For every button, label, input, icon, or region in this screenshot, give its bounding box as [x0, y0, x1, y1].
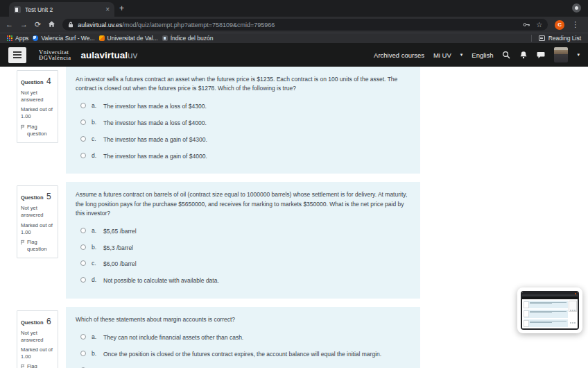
- bookmark-star-icon[interactable]: ☆: [536, 21, 542, 28]
- home-icon[interactable]: [48, 20, 55, 29]
- apps-shortcut[interactable]: Apps: [7, 35, 28, 42]
- bookmark-item[interactable]: Valencia Surf - We...: [33, 35, 94, 42]
- answer-option[interactable]: b.Once the position is closed or the fut…: [80, 350, 410, 359]
- bookmark-item[interactable]: Universitat de Val...: [99, 35, 158, 42]
- lock-icon: [68, 22, 74, 28]
- flag-question-link[interactable]: Flag question: [21, 124, 54, 137]
- question-status: Not yet answered: [21, 90, 54, 103]
- radio-button[interactable]: [80, 277, 86, 283]
- flag-question-label: Flag question: [27, 124, 54, 137]
- bookmark-label: Universitat de Val...: [107, 35, 158, 42]
- nav-language[interactable]: English: [472, 51, 493, 59]
- option-text: $5,65 /barrel: [103, 227, 137, 236]
- radio-button[interactable]: [80, 136, 86, 142]
- user-avatar[interactable]: [554, 47, 568, 62]
- radio-button[interactable]: [80, 351, 86, 356]
- answer-option[interactable]: b.The investor has made a loss of $4000.: [80, 119, 410, 128]
- answer-option[interactable]: a.$5,65 /barrel: [80, 227, 410, 236]
- chrome-profile-avatar[interactable]: C: [555, 20, 564, 30]
- nav-miuv[interactable]: Mi UV: [433, 51, 451, 59]
- nav-archived-courses[interactable]: Archived courses: [374, 51, 424, 59]
- close-tab-icon[interactable]: ×: [105, 6, 110, 13]
- answer-option[interactable]: a.They can not include financial assets …: [80, 333, 410, 342]
- answer-options: a.$5,65 /barrelb.$5,3 /barrelc.$6,00 /ba…: [76, 227, 410, 285]
- question-text: Which of these statements about margin a…: [76, 315, 410, 324]
- radio-button[interactable]: [80, 103, 86, 108]
- url-domain: aulavirtual.uv.es: [78, 22, 122, 28]
- option-text: They can not include financial assets ot…: [103, 333, 243, 342]
- back-icon[interactable]: ←: [6, 21, 13, 28]
- screen-share-preview[interactable]: [517, 287, 582, 333]
- notifications-bell-icon[interactable]: [519, 51, 528, 59]
- question-info-card: Question 4 Not yet answered Marked out o…: [17, 70, 58, 143]
- option-text: Not possible to calculate with available…: [103, 276, 219, 285]
- radio-button[interactable]: [80, 228, 86, 233]
- option-key: c.: [92, 260, 98, 267]
- option-text: The investor has made a loss of $4000.: [103, 119, 207, 128]
- chrome-menu-icon[interactable]: ⋮: [571, 20, 579, 29]
- search-icon[interactable]: [502, 51, 510, 59]
- answer-option[interactable]: d.Not possible to calculate with availab…: [80, 276, 410, 285]
- answer-option[interactable]: c.The investor has made a gain of $4300.: [80, 135, 410, 144]
- url-text: aulavirtual.uv.es/mod/quiz/attempt.php?a…: [78, 22, 519, 28]
- screen-recording-indicator-icon[interactable]: [572, 3, 581, 12]
- question-number: Question 6: [21, 315, 54, 327]
- browser-tab[interactable]: Test Unit 2 ×: [9, 2, 114, 17]
- option-key: a.: [92, 102, 98, 109]
- radio-button[interactable]: [80, 153, 86, 158]
- radio-button[interactable]: [80, 260, 86, 266]
- forward-icon[interactable]: →: [20, 21, 28, 28]
- brand-light: uv: [128, 50, 137, 60]
- quiz-page: Question 4 Not yet answered Marked out o…: [0, 67, 588, 368]
- chevron-down-icon[interactable]: ▾: [460, 52, 463, 58]
- bookmark-favicon-icon: [33, 35, 38, 41]
- screen-share-monitor-frame: [521, 291, 579, 330]
- bookmark-favicon-icon: [162, 35, 168, 41]
- tab-title: Test Unit 2: [25, 6, 101, 13]
- option-text: The investor has made a gain of $4300.: [103, 135, 207, 144]
- radio-button[interactable]: [80, 244, 86, 250]
- flag-question-label: Flag question: [27, 363, 54, 368]
- option-text: $6,00 /barrel: [103, 260, 137, 269]
- password-key-icon[interactable]: [523, 22, 530, 27]
- screen-share-mini-screen: [522, 292, 578, 328]
- header-nav: Archived courses Mi UV ▾ English ▾: [374, 47, 580, 62]
- option-key: a.: [92, 333, 98, 340]
- flag-icon: [21, 124, 25, 130]
- question-number-value: 5: [46, 192, 51, 201]
- question-number: Question 4: [21, 74, 54, 87]
- address-bar[interactable]: aulavirtual.uv.es/mod/quiz/attempt.php?a…: [62, 19, 548, 31]
- university-logo[interactable]: Vniversitat ĐĠValència: [39, 49, 71, 61]
- flag-question-link[interactable]: Flag question: [21, 363, 54, 368]
- logo-line2: ĐĠValència: [39, 55, 71, 61]
- reading-list-button[interactable]: Reading List: [531, 35, 581, 42]
- question-label: Question: [21, 319, 44, 326]
- answer-option[interactable]: b.$5,3 /barrel: [80, 244, 410, 253]
- bookmark-item[interactable]: Índice del buzón: [162, 35, 214, 42]
- question-label: Question: [21, 79, 44, 85]
- brand-bold: aulavirtual: [81, 50, 128, 60]
- refresh-icon[interactable]: ⟳: [35, 21, 41, 28]
- answer-option[interactable]: d.The investor has made a gain of $4000.: [80, 152, 410, 161]
- aulavirtual-brand[interactable]: aulavirtualuv: [81, 50, 138, 60]
- answer-options: a.They can not include financial assets …: [76, 333, 410, 368]
- answer-option[interactable]: c.$6,00 /barrel: [80, 260, 410, 269]
- radio-button[interactable]: [80, 334, 86, 340]
- bookmark-label: Valencia Surf - We...: [41, 35, 94, 42]
- option-key: c.: [92, 135, 98, 142]
- option-key: b.: [92, 350, 98, 357]
- radio-button[interactable]: [80, 119, 86, 125]
- bookmark-label: Índice del buzón: [171, 35, 214, 42]
- flag-question-link[interactable]: Flag question: [21, 239, 54, 253]
- question-block: Question 4 Not yet answered Marked out o…: [17, 67, 588, 174]
- option-text: Once the position is closed or the futur…: [103, 350, 381, 359]
- url-path: /mod/quiz/attempt.php?attempt=758109&cmi…: [123, 22, 275, 28]
- apps-label: Apps: [15, 35, 28, 42]
- answer-option[interactable]: a.The investor has made a loss of $4300.: [80, 102, 410, 111]
- question-panel: An investor sells a futures contract an …: [66, 67, 420, 174]
- new-tab-button[interactable]: +: [119, 3, 124, 13]
- menu-hamburger-icon[interactable]: [8, 47, 26, 63]
- messages-chat-icon[interactable]: [537, 51, 545, 59]
- user-menu-chevron-down-icon[interactable]: ▾: [577, 52, 580, 58]
- question-block: Question 6 Not yet answered Marked out o…: [17, 307, 588, 368]
